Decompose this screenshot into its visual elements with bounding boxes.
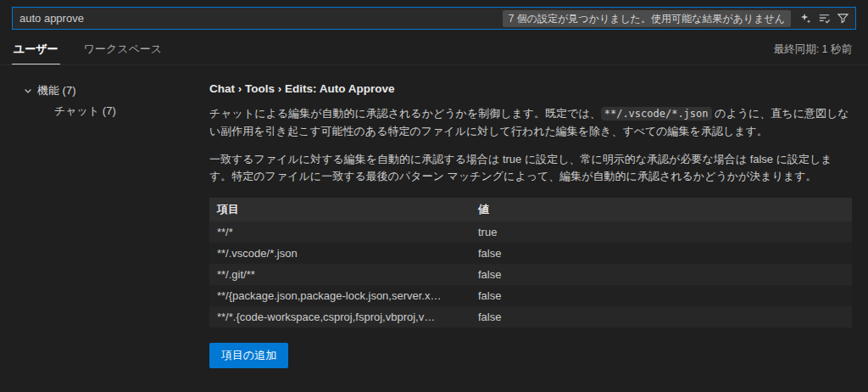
item-value: false — [470, 285, 852, 306]
item-key: **/.git/** — [209, 264, 470, 285]
item-value: false — [470, 306, 852, 328]
table-row[interactable]: **/.vscode/*.json false — [209, 243, 852, 264]
item-value: true — [470, 221, 852, 243]
setting-description-1: チャットによる編集が自動的に承認されるかどうかを制御します。既定では、**/.v… — [209, 105, 852, 141]
setting-items-table: 項目 値 **/* true **/.vscode/*.json false *… — [209, 198, 852, 328]
setting-description-2: 一致するファイルに対する編集を自動的に承認する場合は true に設定し、常に明… — [209, 151, 852, 187]
filter-list-icon[interactable] — [815, 9, 833, 28]
chevron-down-icon[interactable] — [20, 86, 36, 96]
table-row[interactable]: **/* true — [209, 221, 852, 243]
settings-editor: 7 個の設定が見つかりました。使用可能な結果がありません — [0, 0, 868, 392]
setting-title: Chat › Tools › Edits: Auto Approve — [209, 82, 852, 95]
table-header-row: 項目 値 — [209, 198, 852, 221]
search-input[interactable] — [19, 12, 503, 25]
tab-workspace[interactable]: ワークスペース — [82, 35, 164, 64]
setting-detail: Chat › Tools › Edits: Auto Approve チャットに… — [209, 65, 868, 392]
item-value: false — [470, 264, 852, 285]
item-value: false — [470, 243, 852, 264]
ai-search-icon[interactable] — [796, 9, 815, 28]
tab-user[interactable]: ユーザー — [12, 35, 60, 64]
add-item-button[interactable]: 項目の追加 — [209, 343, 288, 368]
table-row[interactable]: **/*.{code-workspace,csproj,fsproj,vbpro… — [209, 306, 852, 328]
settings-toc: 機能 (7) チャット (7) — [0, 65, 209, 392]
table-row[interactable]: **/{package.json,package-lock.json,serve… — [209, 285, 852, 306]
column-header-key: 項目 — [209, 198, 470, 221]
item-key: **/*.{code-workspace,csproj,fsproj,vbpro… — [209, 306, 470, 328]
column-header-value: 値 — [470, 198, 852, 221]
inline-code: **/.vscode/*.json — [601, 107, 712, 120]
settings-body: 機能 (7) チャット (7) Chat › Tools › Edits: Au… — [0, 65, 868, 392]
description-text: チャットによる編集が自動的に承認されるかどうかを制御します。既定では、 — [209, 107, 601, 120]
toc-item-label: チャット (7) — [54, 104, 116, 119]
settings-scope-tabs: ユーザー ワークスペース 最終同期: 1 秒前 — [0, 35, 868, 65]
item-key: **/{package.json,package-lock.json,serve… — [209, 285, 470, 306]
sync-status: 最終同期: 1 秒前 — [774, 35, 852, 64]
toc-item-label: 機能 (7) — [37, 83, 76, 98]
item-key: **/* — [209, 221, 470, 243]
settings-search-row: 7 個の設定が見つかりました。使用可能な結果がありません — [0, 0, 868, 35]
toc-item-chat[interactable]: チャット (7) — [20, 101, 209, 121]
item-key: **/.vscode/*.json — [209, 243, 470, 264]
search-results-badge: 7 個の設定が見つかりました。使用可能な結果がありません — [503, 10, 791, 27]
filter-icon[interactable] — [833, 9, 852, 28]
settings-search-box: 7 個の設定が見つかりました。使用可能な結果がありません — [12, 7, 856, 30]
table-row[interactable]: **/.git/** false — [209, 264, 852, 285]
toc-item-features[interactable]: 機能 (7) — [20, 81, 209, 101]
